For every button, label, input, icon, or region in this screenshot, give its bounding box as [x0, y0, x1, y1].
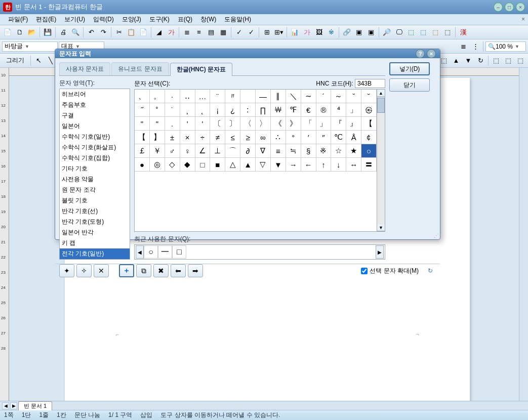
char-cell[interactable]: ▼ [271, 158, 286, 172]
recent-char[interactable]: 一 [158, 245, 172, 259]
prev-char-button[interactable]: ⬅ [171, 264, 186, 277]
numbering-button[interactable]: ≣ [458, 41, 469, 52]
tab-unicode-charmap[interactable]: 유니코드 문자표 [111, 62, 169, 75]
char-cell[interactable]: 〃 [225, 90, 240, 103]
char-cell[interactable]: ↔ [346, 158, 361, 172]
menu-edit[interactable]: 편집(E) [32, 14, 60, 25]
copy-button[interactable]: 📋 [126, 27, 137, 38]
scroll-up-button[interactable]: ▲ [377, 90, 385, 97]
char-cell[interactable]: ∏ [256, 103, 271, 117]
tab-user-charmap[interactable]: 사용자 문자표 [59, 62, 110, 75]
char-cell[interactable]: 。 [150, 90, 165, 103]
outline-button[interactable]: ⬚ [442, 27, 453, 38]
goto-button[interactable]: ⬚ [405, 27, 417, 38]
vertical-scrollbar[interactable] [519, 68, 528, 401]
char-cell[interactable]: ↓ [331, 158, 346, 172]
char-cell[interactable]: ～ [331, 90, 346, 103]
new-doc-button[interactable]: 📄 [2, 27, 13, 38]
char-cell[interactable]: ′ [301, 131, 316, 144]
replace-button[interactable]: 🖵 [393, 27, 404, 38]
char-cell[interactable]: □ [195, 158, 211, 172]
char-cell[interactable]: ◎ [150, 158, 165, 172]
recent-char[interactable]: □ [172, 245, 186, 259]
char-cell[interactable]: 『 [331, 117, 346, 131]
recent-next-button[interactable]: ▶ [376, 245, 384, 259]
document-tab[interactable]: 빈 문서 1 [18, 401, 52, 410]
char-cell[interactable]: ￥ [150, 144, 165, 158]
dialog-close-button[interactable]: × [427, 49, 436, 58]
char-cell[interactable]: ← [301, 158, 316, 172]
tab-next-button[interactable]: ▶ [10, 402, 17, 409]
char-cell[interactable]: · [165, 90, 180, 103]
char-cell[interactable]: € [301, 103, 316, 117]
category-item[interactable]: 사전용 약물 [60, 174, 130, 185]
char-cell[interactable]: 「 [301, 117, 316, 131]
new-tab-button[interactable]: 🗋 [14, 27, 25, 38]
char-cell[interactable]: → [286, 158, 301, 172]
scroll-down-button[interactable]: ▼ [377, 224, 385, 231]
code-input[interactable] [355, 79, 385, 88]
char-cell[interactable]: ∠ [195, 144, 211, 158]
char-cell[interactable]: ℉ [286, 103, 301, 117]
char-cell[interactable]: " [135, 117, 150, 131]
char-cell[interactable]: ℃ [331, 131, 346, 144]
char-cell[interactable]: 〔 [210, 117, 225, 131]
category-item[interactable]: 구결 [60, 110, 130, 121]
char-cell[interactable]: ≥ [240, 131, 256, 144]
char-cell[interactable]: ° [286, 131, 301, 144]
open-button[interactable]: 📂 [26, 27, 37, 38]
char-cell[interactable]: … [195, 90, 211, 103]
enlarge-checkbox[interactable]: 선택 문자 확대(M) [361, 267, 419, 275]
char-cell[interactable]: ＼ [286, 90, 301, 103]
shape-button[interactable]: ◢ [153, 27, 165, 38]
link-button[interactable]: 🔗 [341, 27, 352, 38]
tab-prev-button[interactable]: ◀ [2, 402, 9, 409]
copy-char-button[interactable]: ⧉ [136, 264, 151, 277]
char-cell[interactable]: ♀ [180, 144, 195, 158]
char-cell[interactable]: ' [195, 117, 211, 131]
char-cell[interactable]: ∼ [301, 90, 316, 103]
char-cell[interactable]: ∥ [271, 90, 286, 103]
char-cell[interactable]: ⁴ [331, 103, 346, 117]
char-cell[interactable]: § [301, 144, 316, 158]
category-item[interactable]: 반각 기호(도형) [60, 217, 130, 227]
category-item[interactable]: 일본어 반각 [60, 227, 130, 238]
char-cell[interactable]: ◇ [165, 158, 180, 172]
char-cell[interactable]: ≒ [286, 144, 301, 158]
dialog-titlebar[interactable]: 문자표 입력 ? × [55, 49, 440, 58]
add-char-button[interactable]: ＋ [119, 264, 134, 277]
menu-file[interactable]: 파일(F) [4, 14, 32, 25]
char-cell[interactable]: 〕 [225, 117, 240, 131]
delete-set-button[interactable]: ✕ [94, 264, 109, 277]
char-cell[interactable]: ― [256, 90, 271, 103]
char-cell[interactable]: ∞ [256, 131, 271, 144]
category-item[interactable]: 원 문자 조각 [60, 185, 130, 195]
category-item[interactable]: 수학식 기호(화살표) [60, 142, 130, 153]
char-cell[interactable]: 】 [150, 131, 165, 144]
section-button[interactable]: ▤ [206, 27, 217, 38]
tab-hnc-charmap[interactable]: 한글(HNC) 문자표 [170, 63, 232, 76]
close-dialog-button[interactable]: 닫기 [389, 78, 430, 92]
char-cell[interactable]: ¡ [210, 103, 225, 117]
char-cell[interactable]: × [180, 131, 195, 144]
object-button[interactable]: ▣ [353, 27, 364, 38]
char-cell[interactable]: ® [316, 103, 332, 117]
para-button[interactable]: ≡ [193, 27, 205, 38]
category-item[interactable]: 수학식 기호(일반) [60, 132, 130, 142]
dist-button[interactable]: ⬚ [503, 55, 514, 66]
char-cell[interactable]: ◆ [180, 158, 195, 172]
char-cell[interactable]: ˝ [135, 103, 150, 117]
char-cell[interactable]: ¿ [225, 103, 240, 117]
char-cell[interactable]: 』 [346, 117, 361, 131]
char-cell[interactable]: ￠ [361, 131, 377, 144]
remove-char-button[interactable]: ✖ [153, 264, 169, 277]
table-dd-button[interactable]: ⊞▾ [273, 27, 285, 38]
category-item[interactable]: 일본어 [60, 121, 130, 132]
select-tool[interactable]: ↖ [33, 55, 44, 66]
char-cell[interactable]: Å [346, 131, 361, 144]
category-item[interactable]: 주음부호 [60, 100, 130, 110]
char-cell[interactable]: 」 [316, 117, 332, 131]
save-button[interactable]: 💾 [42, 27, 53, 38]
char-cell[interactable]: . [165, 117, 180, 131]
char-cell[interactable]: ˛ [195, 103, 211, 117]
